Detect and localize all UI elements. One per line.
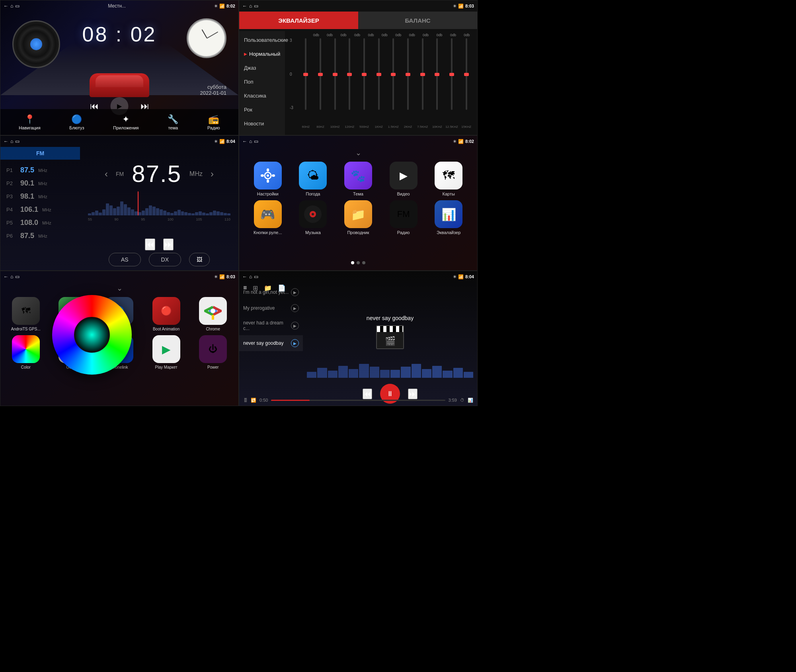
slider-thumb-0[interactable]	[303, 73, 308, 76]
as-button[interactable]: AS	[109, 253, 141, 266]
dot-3[interactable]	[362, 261, 365, 264]
app-gps[interactable]: 🗺 AndroiTS GPS...	[4, 297, 47, 331]
drawer-back-icon[interactable]: ←	[4, 274, 8, 279]
slider-9[interactable]	[430, 38, 444, 110]
app-steering[interactable]: 🎮 Кнопки руле...	[247, 200, 289, 235]
drawer-chevron[interactable]: ⌄	[117, 284, 123, 293]
song-2[interactable]: My prerogative ▶	[239, 300, 303, 316]
slider-thumb-10[interactable]	[449, 73, 454, 76]
radio-preset-p6[interactable]: P6 87.5 MHz	[0, 229, 80, 242]
nav-radio[interactable]: 📻 Радио	[207, 114, 220, 130]
progress-bar[interactable]	[271, 400, 445, 401]
eq-home-icon[interactable]: ⌂	[249, 3, 252, 9]
app-chrome[interactable]: Chrome	[191, 297, 234, 331]
launcher-chevron[interactable]: ⌄	[355, 148, 361, 157]
scan-prev-button[interactable]: ⏮	[145, 238, 155, 250]
slider-track-8[interactable]	[422, 38, 423, 110]
radio-back-icon[interactable]: ←	[4, 139, 8, 144]
drawer-home-icon[interactable]: ⌂	[10, 274, 13, 279]
slider-track-5[interactable]	[378, 38, 380, 110]
slider-track-6[interactable]	[392, 38, 394, 110]
song-2-play[interactable]: ▶	[291, 304, 299, 312]
slider-track-9[interactable]	[436, 38, 438, 110]
slider-7[interactable]	[401, 38, 415, 110]
slider-thumb-4[interactable]	[362, 73, 367, 76]
slider-1[interactable]	[314, 38, 328, 110]
slider-track-10[interactable]	[451, 38, 453, 110]
preset-classic[interactable]: Классика	[239, 89, 285, 103]
drawer-recents-icon[interactable]: ▭	[15, 274, 20, 279]
slider-thumb-2[interactable]	[333, 73, 338, 76]
launcher-back-icon[interactable]: ←	[242, 139, 247, 144]
app-music[interactable]: Музыка	[293, 200, 334, 235]
app-radio-launcher[interactable]: FM Радио	[383, 200, 424, 235]
slider-0[interactable]	[299, 38, 313, 110]
slider-5[interactable]	[372, 38, 386, 110]
slider-3[interactable]	[343, 38, 357, 110]
preset-jazz[interactable]: Джаз	[239, 61, 285, 75]
slider-2[interactable]	[328, 38, 342, 110]
slider-thumb-5[interactable]	[377, 73, 381, 76]
slider-track-1[interactable]	[320, 38, 321, 110]
dot-1[interactable]	[351, 261, 354, 264]
radio-preset-p4[interactable]: P4 106.1 MHz	[0, 203, 80, 216]
music2-back-icon[interactable]: ←	[242, 274, 247, 279]
nav-theme[interactable]: 🔧 тема	[168, 114, 178, 130]
slider-thumb-1[interactable]	[318, 73, 323, 76]
eq-back-icon[interactable]: ←	[242, 3, 247, 9]
radio-preset-p3[interactable]: P3 98.1 MHz	[0, 190, 80, 203]
dx-button[interactable]: DX	[149, 253, 181, 266]
home-icon[interactable]: ⌂	[10, 3, 13, 9]
app-video[interactable]: ▶ Видео	[383, 162, 424, 196]
scan-next-button[interactable]: ⏭	[163, 238, 174, 250]
app-equalizer[interactable]: 📊 Эквалайзер	[428, 200, 469, 235]
slider-thumb-9[interactable]	[435, 73, 439, 76]
settings-icon-sm[interactable]: 🎛	[243, 398, 248, 402]
radio-preset-p5[interactable]: P5 108.0 MHz	[0, 216, 80, 229]
app-boot[interactable]: 🔴 Boot Animation	[145, 297, 188, 331]
app-files[interactable]: 📁 Проводник	[338, 200, 379, 235]
slider-11[interactable]	[459, 38, 473, 110]
launcher-home-icon[interactable]: ⌂	[249, 139, 252, 144]
clock-icon-sm[interactable]: ⏱	[460, 398, 464, 402]
nav-navigation[interactable]: 📍 Навигация	[19, 114, 40, 130]
radio-home-icon[interactable]: ⌂	[10, 139, 13, 144]
radio-preset-p1[interactable]: P1 87.5 MHz	[0, 164, 80, 177]
slider-track-2[interactable]	[334, 38, 336, 110]
slider-track-4[interactable]	[363, 38, 365, 110]
song-3-play[interactable]: ▶	[291, 322, 299, 330]
eq-recents-icon[interactable]: ▭	[254, 3, 258, 9]
freq-next-button[interactable]: ›	[211, 168, 214, 180]
viz-icon-sm[interactable]: 📊	[468, 398, 473, 403]
preset-custom[interactable]: Пользовательские	[239, 33, 285, 47]
preset-rock[interactable]: Рок	[239, 103, 285, 117]
slider-track-3[interactable]	[349, 38, 350, 110]
app-settings[interactable]: Настройки	[247, 162, 289, 196]
slider-thumb-8[interactable]	[420, 73, 425, 76]
music2-recents-icon[interactable]: ▭	[254, 274, 258, 279]
nav-apps[interactable]: ✦ Приложения	[113, 114, 139, 130]
dot-2[interactable]	[357, 261, 360, 264]
preset-pop[interactable]: Поп	[239, 75, 285, 89]
song-1-play[interactable]: ▶	[291, 288, 299, 296]
slider-thumb-6[interactable]	[391, 73, 396, 76]
radio-recents-icon[interactable]: ▭	[15, 139, 20, 144]
slider-thumb-3[interactable]	[347, 73, 352, 76]
app-playmarket[interactable]: ▶ Play Маркет	[145, 335, 188, 369]
app-theme[interactable]: 🐾 Тема	[338, 162, 379, 196]
tab-balance[interactable]: БАЛАНС	[358, 12, 477, 29]
slider-thumb-11[interactable]	[464, 73, 469, 76]
song-1[interactable]: I'm not a girl,not yet... ▶	[239, 284, 303, 300]
slider-track-11[interactable]	[466, 38, 467, 110]
slider-thumb-7[interactable]	[406, 73, 410, 76]
nav-bluetooth[interactable]: 🔵 Блютуз	[69, 114, 84, 130]
app-color[interactable]: Color	[4, 335, 47, 369]
preset-normal[interactable]: ▶ Нормальный	[239, 47, 285, 61]
slider-8[interactable]	[416, 38, 429, 110]
recents-icon[interactable]: ▭	[15, 3, 20, 9]
song-3[interactable]: never had a dream c... ▶	[239, 316, 303, 335]
freq-prev-button[interactable]: ‹	[105, 168, 108, 180]
tab-equalizer[interactable]: ЭКВАЛАЙЗЕР	[239, 12, 358, 29]
launcher-recents-icon[interactable]: ▭	[254, 139, 258, 144]
preset-news[interactable]: Новости	[239, 117, 285, 131]
